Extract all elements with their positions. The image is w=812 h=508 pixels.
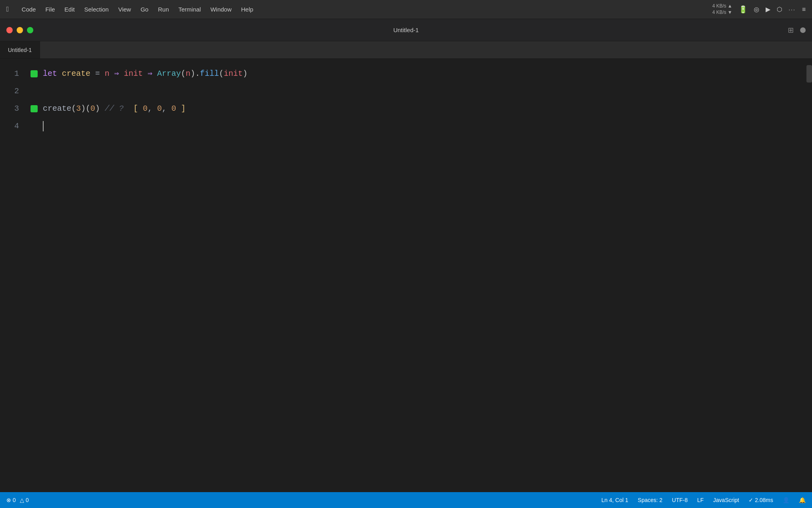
param-n: n xyxy=(105,65,109,83)
param-init: init xyxy=(124,65,143,83)
scrollbar[interactable] xyxy=(806,65,812,83)
menu-terminal[interactable]: Terminal xyxy=(174,4,206,14)
code-line-1: let create = n ⇒ init ⇒ Array ( n ). fil… xyxy=(40,65,812,83)
method-fill: fill xyxy=(200,65,219,83)
encoding[interactable]: UTF-8 xyxy=(672,497,688,503)
menu-help[interactable]: Help xyxy=(236,4,258,14)
run-indicator-1[interactable] xyxy=(31,70,38,77)
minimize-button[interactable] xyxy=(17,27,23,33)
run-indicator-3[interactable] xyxy=(31,105,38,112)
statusbar-right: Ln 4, Col 1 Spaces: 2 UTF-8 LF JavaScrip… xyxy=(601,497,806,503)
menu-file[interactable]: File xyxy=(40,4,59,14)
warning-icon: △ xyxy=(20,497,24,503)
code-line-4[interactable] xyxy=(40,117,812,135)
statusbar: ⊗ 0 △ 0 Ln 4, Col 1 Spaces: 2 UTF-8 LF J… xyxy=(0,492,812,508)
apple-menu[interactable]:  xyxy=(6,5,9,13)
param-init-2: init xyxy=(224,65,243,83)
editor-body: 1 2 3 4 let create = n ⇒ init ⇒ xyxy=(0,59,812,508)
tab-bar: Untitled-1 xyxy=(0,41,812,59)
timing: ✓ 2.08ms xyxy=(749,497,773,503)
line-ending[interactable]: LF xyxy=(697,497,703,503)
builtin-array: Array xyxy=(157,65,181,83)
statusbar-left: ⊗ 0 △ 0 xyxy=(6,497,29,503)
more-icon[interactable]: ··· xyxy=(789,6,796,13)
battery-icon: 🔋 xyxy=(739,5,747,14)
menu-go[interactable]: Go xyxy=(136,4,153,14)
logo-icon[interactable]: ⬡ xyxy=(777,6,782,13)
settings-dot-icon[interactable] xyxy=(800,27,806,33)
arrow-1: ⇒ xyxy=(114,65,119,83)
titlebar-right: ⊞ xyxy=(788,26,806,35)
notification-icon[interactable]: 🔔 xyxy=(799,497,806,503)
code-line-2 xyxy=(40,83,812,100)
gutter xyxy=(29,59,40,508)
code-editor[interactable]: let create = n ⇒ init ⇒ Array ( n ). fil… xyxy=(40,59,812,508)
window-title: Untitled-1 xyxy=(393,27,419,33)
error-number: 0 xyxy=(13,497,16,503)
user-icon[interactable]: 👤 xyxy=(783,497,789,503)
keyword-let: let xyxy=(43,65,57,83)
arrow-2: ⇒ xyxy=(147,65,152,83)
spaces-setting[interactable]: Spaces: 2 xyxy=(638,497,663,503)
language-mode[interactable]: JavaScript xyxy=(713,497,739,503)
play-icon[interactable]: ▶ xyxy=(766,6,770,13)
tab-untitled-1[interactable]: Untitled-1 xyxy=(0,41,40,58)
close-button[interactable] xyxy=(6,27,13,33)
network-info: 4 KB/s ▲ 4 KB/s ▼ xyxy=(712,3,732,15)
menu-selection[interactable]: Selection xyxy=(79,4,113,14)
maximize-button[interactable] xyxy=(27,27,33,33)
menu-edit[interactable]: Edit xyxy=(60,4,80,14)
menu-view[interactable]: View xyxy=(113,4,136,14)
line-numbers: 1 2 3 4 xyxy=(0,59,29,508)
window-controls xyxy=(6,27,33,33)
list-icon[interactable]: ≡ xyxy=(802,6,806,13)
titlebar: Untitled-1 ⊞ xyxy=(0,19,812,41)
menubar-right: 4 KB/s ▲ 4 KB/s ▼ 🔋 ◎ ▶ ⬡ ··· ≡ xyxy=(712,3,806,15)
menubar:  Code File Edit Selection View Go Run T… xyxy=(0,0,812,19)
error-icon: ⊗ xyxy=(6,497,11,503)
comment-text: // ? xyxy=(105,100,124,117)
menu-code[interactable]: Code xyxy=(17,4,41,14)
menu-run[interactable]: Run xyxy=(153,4,174,14)
cursor xyxy=(43,121,44,131)
warning-number: 0 xyxy=(26,497,29,503)
param-n-2: n xyxy=(186,65,190,83)
split-editor-icon[interactable]: ⊞ xyxy=(788,26,794,35)
code-line-3: create ( 3 )( 0 ) // ? [ 0 , 0 , 0 ] xyxy=(40,100,812,117)
airplay-icon[interactable]: ◎ xyxy=(754,6,759,13)
cursor-position[interactable]: Ln 4, Col 1 xyxy=(601,497,628,503)
error-count[interactable]: ⊗ 0 △ 0 xyxy=(6,497,29,503)
function-name-create: create xyxy=(62,65,90,83)
menu-window[interactable]: Window xyxy=(206,4,236,14)
